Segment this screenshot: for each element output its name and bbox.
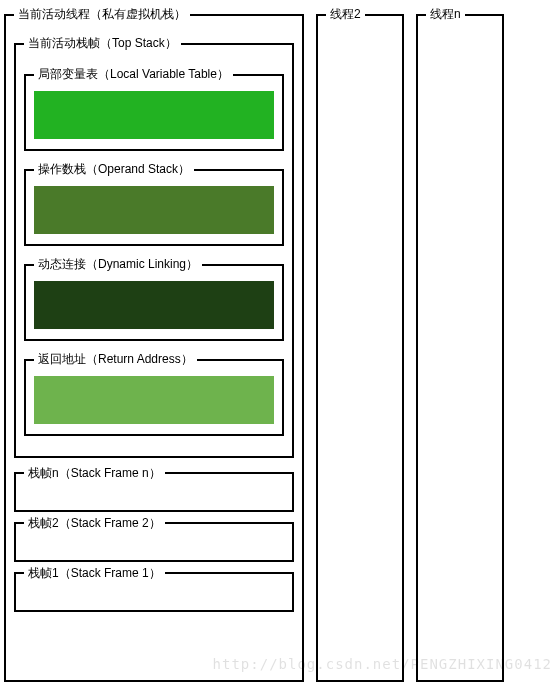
operand-stack-box: 操作数栈（Operand Stack）: [24, 161, 284, 246]
stack-frame-n-label: 栈帧n（Stack Frame n）: [24, 465, 165, 482]
return-address-box: 返回地址（Return Address）: [24, 351, 284, 436]
diagram-root: 当前活动线程（私有虚拟机栈） 当前活动栈帧（Top Stack） 局部变量表（L…: [0, 0, 560, 688]
main-thread-title: 当前活动线程（私有虚拟机栈）: [14, 6, 190, 23]
dynamic-linking-label: 动态连接（Dynamic Linking）: [34, 256, 202, 273]
return-address-fill: [34, 376, 274, 424]
dynamic-linking-box: 动态连接（Dynamic Linking）: [24, 256, 284, 341]
operand-stack-fill: [34, 186, 274, 234]
thread-2-box: 线程2: [316, 6, 404, 682]
local-variable-table-fill: [34, 91, 274, 139]
local-variable-table-box: 局部变量表（Local Variable Table）: [24, 66, 284, 151]
main-thread-box: 当前活动线程（私有虚拟机栈） 当前活动栈帧（Top Stack） 局部变量表（L…: [4, 6, 304, 682]
stack-frame-n: 栈帧n（Stack Frame n）: [14, 472, 294, 512]
stack-frame-2-label: 栈帧2（Stack Frame 2）: [24, 515, 165, 532]
dynamic-linking-fill: [34, 281, 274, 329]
top-stack-box: 当前活动栈帧（Top Stack） 局部变量表（Local Variable T…: [14, 35, 294, 458]
stack-frame-1-label: 栈帧1（Stack Frame 1）: [24, 565, 165, 582]
watermark-text: http://blog.csdn.net/PENGZHIXING0412: [213, 656, 552, 672]
thread-2-title: 线程2: [326, 6, 365, 23]
return-address-label: 返回地址（Return Address）: [34, 351, 197, 368]
top-stack-title: 当前活动栈帧（Top Stack）: [24, 35, 181, 52]
operand-stack-label: 操作数栈（Operand Stack）: [34, 161, 194, 178]
stack-frame-2: 栈帧2（Stack Frame 2）: [14, 522, 294, 562]
stack-frame-1: 栈帧1（Stack Frame 1）: [14, 572, 294, 612]
local-variable-table-label: 局部变量表（Local Variable Table）: [34, 66, 233, 83]
thread-n-box: 线程n: [416, 6, 504, 682]
thread-n-title: 线程n: [426, 6, 465, 23]
